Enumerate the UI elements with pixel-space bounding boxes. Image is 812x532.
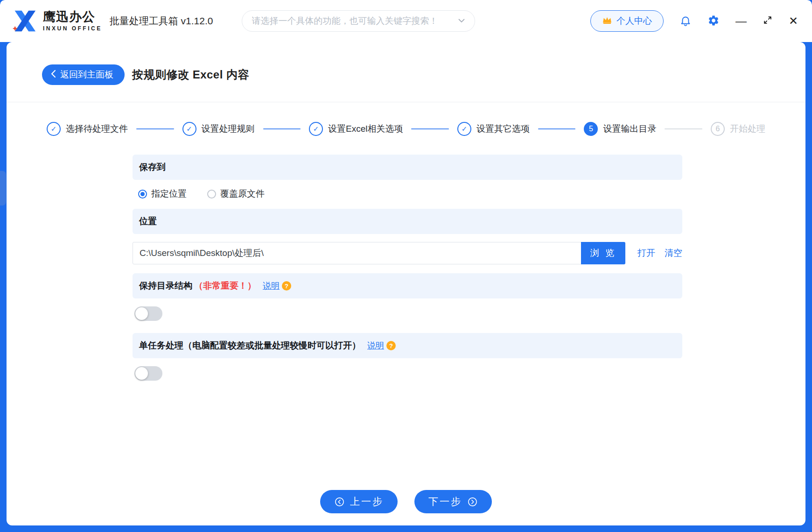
divider bbox=[7, 102, 805, 102]
maximize-button[interactable] bbox=[763, 15, 773, 27]
important-note: （非常重要！） bbox=[194, 280, 256, 292]
open-folder-link[interactable]: 打开 bbox=[637, 247, 655, 259]
radio-label: 覆盖原文件 bbox=[220, 188, 265, 200]
prev-step-label: 上一步 bbox=[350, 495, 384, 508]
stepper-step-6: 6 开始处理 bbox=[711, 122, 765, 136]
keep-structure-help-link[interactable]: 说明 bbox=[263, 280, 280, 291]
toggle-knob bbox=[135, 367, 148, 380]
question-icon[interactable]: ? bbox=[282, 281, 291, 291]
output-settings-form: 保存到 指定位置 覆盖原文件 位置 浏 览 打开 清空 保持目录结构 （非常重要… bbox=[133, 155, 682, 381]
minimize-button[interactable]: — bbox=[735, 15, 747, 27]
chevron-down-icon bbox=[458, 17, 465, 25]
minimize-icon: — bbox=[735, 15, 747, 27]
output-path-input[interactable] bbox=[133, 242, 581, 264]
app-window: { "colors": { "primary": "#2474f0", "fra… bbox=[0, 0, 812, 532]
section-single-task: 单任务处理（电脑配置较差或批量处理较慢时可以打开） 说明 ? bbox=[133, 333, 682, 358]
stepper-step-5: 5 设置输出目录 bbox=[584, 122, 656, 136]
radio-on-icon bbox=[138, 190, 147, 199]
step-connector bbox=[136, 128, 174, 129]
user-center-label: 个人中心 bbox=[616, 15, 652, 27]
app-logo-icon bbox=[11, 9, 37, 33]
browse-button[interactable]: 浏 览 bbox=[581, 242, 625, 264]
prev-step-button[interactable]: 上一步 bbox=[320, 490, 398, 513]
close-button[interactable]: ✕ bbox=[789, 15, 798, 27]
stepper-step-2: ✓ 设置处理规则 bbox=[182, 122, 255, 136]
resize-icon bbox=[763, 15, 773, 27]
single-task-help-link[interactable]: 说明 bbox=[367, 340, 384, 351]
function-search-select[interactable]: 请选择一个具体的功能，也可输入关键字搜索！ bbox=[242, 10, 475, 32]
radio-off-icon bbox=[207, 190, 216, 199]
topbar-actions: 个人中心 — bbox=[590, 10, 798, 32]
page-header: 返回到主面板 按规则修改 Excel 内容 bbox=[7, 42, 805, 85]
section-title: 保存到 bbox=[139, 161, 166, 173]
step-label: 设置处理规则 bbox=[202, 123, 255, 135]
radio-overwrite-original[interactable]: 覆盖原文件 bbox=[207, 188, 265, 200]
step-check-icon: ✓ bbox=[457, 122, 471, 136]
section-title: 保持目录结构 bbox=[139, 280, 192, 292]
stepper-step-1: ✓ 选择待处理文件 bbox=[47, 122, 128, 136]
question-icon[interactable]: ? bbox=[386, 341, 396, 350]
step-connector bbox=[411, 128, 449, 129]
back-to-dashboard-button[interactable]: 返回到主面板 bbox=[42, 64, 125, 85]
section-title: 单任务处理（电脑配置较差或批量处理较慢时可以打开） bbox=[139, 340, 361, 352]
settings-button[interactable] bbox=[707, 14, 720, 28]
section-save-to: 保存到 bbox=[133, 155, 682, 180]
step-check-icon: ✓ bbox=[309, 122, 323, 136]
toggle-knob bbox=[135, 307, 148, 320]
chevron-left-icon bbox=[50, 70, 56, 80]
step-connector bbox=[263, 128, 301, 129]
keep-structure-toggle[interactable] bbox=[134, 306, 162, 321]
app-title: 批量处理工具箱 v1.12.0 bbox=[110, 14, 213, 28]
single-task-toggle[interactable] bbox=[134, 366, 162, 381]
brand-name: 鹰迅办公 bbox=[43, 10, 102, 23]
clear-path-link[interactable]: 清空 bbox=[665, 247, 682, 259]
step-label: 设置其它选项 bbox=[476, 123, 530, 135]
stepper-step-4: ✓ 设置其它选项 bbox=[457, 122, 530, 136]
notifications-button[interactable] bbox=[679, 14, 692, 28]
section-keep-structure: 保持目录结构 （非常重要！） 说明 ? bbox=[133, 273, 682, 298]
radio-specified-location[interactable]: 指定位置 bbox=[138, 188, 187, 200]
gear-icon bbox=[707, 14, 720, 28]
step-number: 6 bbox=[711, 122, 725, 136]
user-center-button[interactable]: 个人中心 bbox=[590, 10, 664, 32]
step-number: 5 bbox=[584, 122, 598, 136]
stepper-step-3: ✓ 设置Excel相关选项 bbox=[309, 122, 403, 136]
bell-icon bbox=[679, 14, 692, 28]
circle-arrow-left-icon bbox=[334, 497, 345, 507]
location-input-row: 浏 览 打开 清空 bbox=[133, 242, 682, 264]
step-check-icon: ✓ bbox=[182, 122, 196, 136]
wizard-footer: 上一步 下一步 bbox=[7, 490, 805, 513]
crown-icon bbox=[602, 16, 612, 27]
close-icon: ✕ bbox=[789, 15, 798, 27]
step-label: 选择待处理文件 bbox=[66, 123, 128, 135]
back-button-label: 返回到主面板 bbox=[60, 69, 113, 81]
step-check-icon: ✓ bbox=[47, 122, 61, 136]
main-panel: 返回到主面板 按规则修改 Excel 内容 ✓ 选择待处理文件 ✓ 设置处理规则… bbox=[7, 42, 805, 525]
page-title: 按规则修改 Excel 内容 bbox=[132, 67, 249, 82]
brand-text: 鹰迅办公 INXUN OFFICE bbox=[43, 10, 102, 31]
circle-arrow-right-icon bbox=[467, 497, 478, 507]
side-drawer-handle[interactable] bbox=[0, 171, 6, 206]
step-connector bbox=[538, 128, 576, 129]
step-label: 设置Excel相关选项 bbox=[328, 123, 403, 135]
topbar: 鹰迅办公 INXUN OFFICE 批量处理工具箱 v1.12.0 请选择一个具… bbox=[0, 0, 812, 42]
search-placeholder: 请选择一个具体的功能，也可输入关键字搜索！ bbox=[252, 15, 438, 27]
step-label: 开始处理 bbox=[730, 123, 765, 135]
brand: 鹰迅办公 INXUN OFFICE bbox=[11, 9, 102, 33]
section-location: 位置 bbox=[133, 209, 682, 234]
step-label: 设置输出目录 bbox=[603, 123, 656, 135]
next-step-label: 下一步 bbox=[428, 495, 462, 508]
next-step-button[interactable]: 下一步 bbox=[414, 490, 492, 513]
save-to-options: 指定位置 覆盖原文件 bbox=[138, 188, 682, 200]
step-connector bbox=[665, 128, 702, 129]
section-title: 位置 bbox=[139, 215, 157, 227]
brand-subtitle: INXUN OFFICE bbox=[43, 25, 102, 32]
stepper: ✓ 选择待处理文件 ✓ 设置处理规则 ✓ 设置Excel相关选项 ✓ 设置其它选… bbox=[47, 122, 765, 136]
radio-label: 指定位置 bbox=[151, 188, 187, 200]
